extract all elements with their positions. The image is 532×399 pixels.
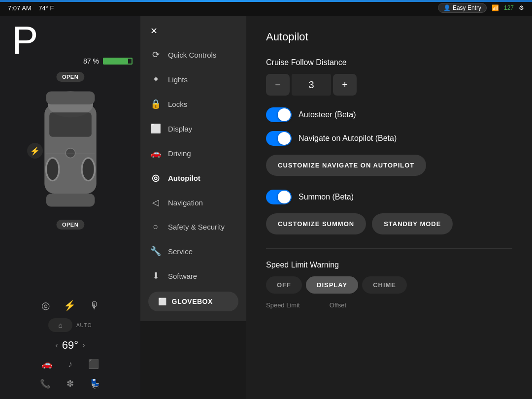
warning-tab-off[interactable]: OFF <box>266 276 302 294</box>
software-icon: ⬇ <box>150 270 161 281</box>
park-indicator: P <box>0 21 38 60</box>
navigation-icon: ◁ <box>150 197 161 208</box>
sidebar-item-navigation[interactable]: ◁ Navigation <box>140 190 246 215</box>
battery-bar <box>103 58 133 65</box>
battery-percentage: 87 % <box>83 57 99 65</box>
left-panel: P 87 % OPEN <box>0 16 140 399</box>
sidebar-header: ✕ <box>140 16 246 42</box>
svg-rect-3 <box>46 194 95 206</box>
music-icon[interactable]: ♪ <box>68 359 72 369</box>
sidebar-item-locks[interactable]: 🔒 Locks <box>140 92 246 116</box>
sidebar-label-safety: Safety & Security <box>168 223 225 231</box>
svg-point-6 <box>82 158 95 181</box>
sidebar-item-lights[interactable]: ✦ Lights <box>140 67 246 92</box>
navigate-autopilot-toggle[interactable] <box>266 131 292 146</box>
person-icon: 👤 <box>443 4 451 11</box>
locks-icon: 🔒 <box>150 99 161 109</box>
bottom-icon-row-2: 🚗 ♪ ⬛ <box>41 359 99 369</box>
wiper-control[interactable]: ⌂ <box>48 318 72 332</box>
battery-row: 87 % <box>75 55 140 67</box>
status-right-icons: 👤 Easy Entry 📶 127 ⚙ <box>438 3 524 13</box>
sidebar-item-driving[interactable]: 🚗 Driving <box>140 141 246 166</box>
warning-tabs: OFF DISPLAY CHIME <box>266 276 512 294</box>
autosteer-label: Autosteer (Beta) <box>299 110 356 119</box>
camera-icon[interactable]: ◎ <box>41 299 50 311</box>
safety-icon: ○ <box>150 222 161 232</box>
sidebar-item-safety[interactable]: ○ Safety & Security <box>140 215 246 239</box>
lights-icon: ✦ <box>150 74 161 85</box>
phone-icon[interactable]: 📞 <box>40 378 51 389</box>
car-front-icon[interactable]: 🚗 <box>41 359 52 369</box>
sidebar-label-software: Software <box>168 272 197 280</box>
wifi-icon: 📶 <box>492 4 499 11</box>
glovebox-icon: ⬜ <box>158 298 167 305</box>
standby-mode-button[interactable]: STANDBY MODE <box>372 213 453 234</box>
navigate-autopilot-row: Navigate on Autopilot (Beta) <box>266 131 512 146</box>
sidebar-label-quick-controls: Quick Controls <box>168 51 216 59</box>
open-badge-bottom: OPEN <box>56 220 84 230</box>
open-badge-top: OPEN <box>56 72 84 82</box>
bottom-icon-row-1: ◎ ⚡ 🎙 <box>41 299 100 311</box>
microphone-icon[interactable]: 🎙 <box>90 300 100 311</box>
customize-navigate-row: CUSTOMIZE NAVIGATE ON AUTOPILOT <box>266 155 512 176</box>
warning-tab-display[interactable]: DISPLAY <box>306 276 358 294</box>
temp-left-arrow[interactable]: ‹ <box>56 341 58 350</box>
sidebar-label-locks: Locks <box>168 100 187 108</box>
driving-icon: 🚗 <box>150 148 161 159</box>
time-display: 7:07 AM <box>8 4 32 12</box>
car-outline <box>36 72 105 210</box>
increment-button[interactable]: + <box>333 74 357 96</box>
settings-icon: ⚙ <box>519 4 524 11</box>
summon-toggle[interactable] <box>266 190 292 204</box>
customize-navigate-button[interactable]: CUSTOMIZE NAVIGATE ON AUTOPILOT <box>266 155 426 176</box>
temp-right-arrow[interactable]: › <box>82 341 85 350</box>
autosteer-row: Autosteer (Beta) <box>266 107 512 122</box>
sidebar-label-navigation: Navigation <box>168 199 203 207</box>
panel-title: Autopilot <box>266 31 512 43</box>
lightning-icon[interactable]: ⚡ <box>64 299 76 311</box>
decrement-button[interactable]: − <box>266 74 290 96</box>
car-image-area: OPEN <box>21 72 120 230</box>
sidebar-label-driving: Driving <box>168 149 191 158</box>
speed-limit-sub-label: Speed Limit <box>266 301 300 309</box>
battery-value: 127 <box>504 4 514 11</box>
sidebar-item-service[interactable]: 🔧 Service <box>140 239 246 264</box>
auto-label: AUTO <box>76 323 92 328</box>
sidebar-label-autopilot: Autopilot <box>168 174 200 182</box>
distance-value: 3 <box>292 74 331 96</box>
media-icon[interactable]: ⬛ <box>88 359 99 369</box>
close-button[interactable]: ✕ <box>148 24 160 38</box>
cruise-follow-label: Cruise Follow Distance <box>266 58 512 67</box>
temperature-control[interactable]: ‹ 69° › <box>56 339 85 352</box>
speed-limit-label: Speed Limit Warning <box>266 261 512 269</box>
sidebar-menu: ✕ ⟳ Quick Controls ✦ Lights 🔒 Locks ⬜ Di… <box>140 16 246 321</box>
temperature-display: 74° F <box>38 4 54 12</box>
autopilot-icon: ◎ <box>150 172 161 183</box>
quick-controls-icon: ⟳ <box>150 49 161 60</box>
svg-rect-2 <box>49 112 92 136</box>
glovebox-label: GLOVEBOX <box>172 298 213 305</box>
display-icon: ⬜ <box>150 123 161 134</box>
sidebar-label-display: Display <box>168 125 192 133</box>
summon-label: Summon (Beta) <box>299 193 354 201</box>
customize-summon-button[interactable]: CUSTOMIZE SUMMON <box>266 213 366 234</box>
sidebar-item-quick-controls[interactable]: ⟳ Quick Controls <box>140 42 246 67</box>
sidebar-item-autopilot[interactable]: ◎ Autopilot <box>140 166 246 190</box>
sidebar-item-software[interactable]: ⬇ Software <box>140 264 246 288</box>
warning-tab-chime[interactable]: CHIME <box>362 276 407 294</box>
autosteer-toggle[interactable] <box>266 107 292 122</box>
speed-limit-section: Speed Limit Warning OFF DISPLAY CHIME Sp… <box>266 261 512 309</box>
sidebar-label-service: Service <box>168 247 193 256</box>
glovebox-button[interactable]: ⬜ GLOVEBOX <box>148 292 238 311</box>
navigate-autopilot-label: Navigate on Autopilot (Beta) <box>299 134 397 143</box>
summon-row: Summon (Beta) <box>266 190 512 204</box>
svg-rect-4 <box>46 92 95 104</box>
sub-labels: Speed Limit Offset <box>266 301 512 309</box>
fan-icon[interactable]: ✽ <box>66 378 74 389</box>
status-bar: 7:07 AM 74° F 👤 Easy Entry 📶 127 ⚙ <box>0 0 532 16</box>
wiper-icon-symbol: ⌂ <box>58 321 62 329</box>
lightning-badge: ⚡ <box>27 143 43 159</box>
sidebar-item-display[interactable]: ⬜ Display <box>140 116 246 141</box>
top-accent-strip <box>0 0 532 2</box>
seat-icon[interactable]: 💺 <box>90 378 100 389</box>
